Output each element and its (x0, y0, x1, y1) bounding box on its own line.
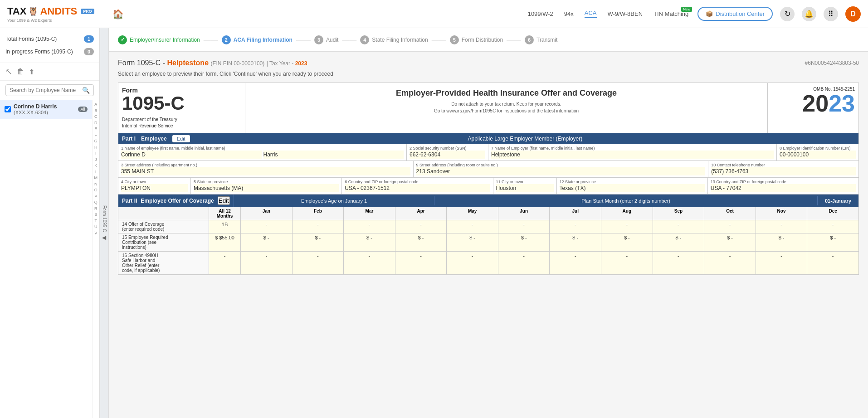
step-1-label[interactable]: Employer/Insurer Information (130, 37, 200, 43)
alpha-f[interactable]: F (94, 132, 98, 139)
distribution-center-button[interactable]: 📦 Distribution Center (697, 7, 773, 21)
alpha-p[interactable]: P (93, 194, 98, 200)
alpha-u[interactable]: U (93, 224, 98, 230)
row14-label: 14 Offer of Coverage(enter required code… (118, 220, 209, 233)
form-name: Form 1095-C (118, 59, 161, 67)
step-6-label[interactable]: Transmit (536, 37, 557, 43)
employee-info: Corinne D Harris (XXX-XX-6304) (14, 103, 75, 115)
nav-aca[interactable]: ACA (585, 10, 597, 18)
alpha-g[interactable]: G (93, 138, 98, 145)
alpha-d[interactable]: D (93, 120, 98, 126)
nav-tin-matching[interactable]: TIN Matching New (653, 10, 688, 17)
row14-apr: - (395, 220, 447, 233)
home-icon[interactable]: 🏠 (112, 9, 124, 19)
refresh-icon[interactable]: ↻ (780, 7, 795, 21)
connector-1: —— (204, 36, 218, 44)
alpha-a[interactable]: A (93, 102, 98, 108)
employee-zip-value: USA - 02367-1512 (345, 184, 490, 192)
field2-label: 2 Social security number (SSN) (410, 146, 485, 151)
row14-feb: - (293, 220, 344, 233)
step-2: 2 ACA Filing Information (222, 35, 293, 44)
row16-jun: - (498, 252, 550, 274)
row15-jul: $ - (550, 233, 601, 251)
field13-cell: 13 Country and ZIP or foreign postal cod… (708, 178, 858, 194)
step-3-num: 3 (314, 35, 323, 44)
row16-aug: - (601, 252, 653, 274)
alpha-e[interactable]: E (93, 126, 98, 132)
row14-mar: - (344, 220, 395, 233)
alpha-k[interactable]: K (93, 163, 98, 169)
plan-value-section: 01-January (818, 196, 858, 205)
export-icon[interactable]: ⬆ (29, 68, 34, 76)
field11-cell: 11 City or town Houston (493, 178, 557, 194)
step-1: ✓ Employer/Insurer Information (118, 35, 200, 44)
nav-94x[interactable]: 94x (564, 10, 574, 17)
month-nov: Nov (756, 207, 808, 220)
top-navigation: TAX 🦉 ANDITS PRO Your 1099 & W2 Experts … (0, 0, 868, 28)
collapse-chevron-icon: ◀ (101, 234, 107, 241)
alpha-s[interactable]: S (93, 212, 98, 218)
progress-bar: ✓ Employer/Insurer Information —— 2 ACA … (109, 28, 868, 52)
nav-1099w2[interactable]: 1099/W-2 (528, 10, 553, 17)
search-input[interactable] (10, 87, 82, 93)
employee-street-value: 355 MAIN ST (121, 167, 410, 175)
step-5-label[interactable]: Form Distribution (462, 37, 503, 43)
employee-lastname: Harris (263, 151, 404, 159)
year-suffix: 23 (829, 90, 855, 117)
step-2-label[interactable]: ACA Filing Information (234, 37, 293, 43)
part2-edit-button[interactable]: Edit (218, 196, 230, 205)
delete-icon[interactable]: 🗑 (17, 68, 24, 76)
month-oct: Oct (704, 207, 756, 220)
alpha-l[interactable]: L (94, 169, 98, 175)
row15-label: 15 Employee RequiredContribution (seeins… (118, 233, 209, 251)
employee-item[interactable]: Corinne D Harris (XXX-XX-6304) All (0, 100, 92, 119)
months-label-cell (118, 207, 209, 220)
alpha-q[interactable]: Q (93, 199, 98, 206)
row16-all12: - (209, 252, 241, 274)
alpha-c[interactable]: C (93, 114, 98, 120)
row16-oct: - (704, 252, 756, 274)
field4-label: 4 City or town (121, 180, 188, 184)
alpha-b[interactable]: B (93, 108, 98, 114)
alpha-h[interactable]: H (93, 145, 98, 151)
logo[interactable]: TAX 🦉 ANDITS PRO (7, 5, 94, 17)
row15-jan: $ - (241, 233, 293, 251)
alpha-n[interactable]: N (93, 181, 98, 188)
year-display: 2023 (771, 92, 855, 115)
cursor-icon[interactable]: ↖ (5, 67, 12, 77)
part1-edit-button[interactable]: Edit (172, 135, 190, 142)
alpha-r[interactable]: R (93, 206, 98, 212)
field9-label: 9 Street address (including room or suit… (416, 163, 706, 167)
avatar[interactable]: D (845, 6, 861, 22)
employee-list: Corinne D Harris (XXX-XX-6304) All (0, 100, 92, 418)
search-icon[interactable]: 🔍 (82, 87, 90, 94)
alpha-m[interactable]: M (93, 175, 99, 181)
month-jul: Jul (550, 207, 601, 220)
month-sep: Sep (653, 207, 705, 220)
alpha-v[interactable]: V (93, 230, 98, 237)
connector-4: —— (432, 36, 446, 44)
bell-icon[interactable]: 🔔 (802, 7, 816, 21)
company-name: Helptestone (167, 59, 209, 67)
field7-label: 7 Name of Employer (first name, middle i… (491, 146, 774, 151)
sidebar-collapse-tab[interactable]: Form 1095-C ◀ (100, 28, 109, 418)
form-number: 1095-C (122, 94, 241, 113)
ein-label: (EIN EIN 00-0000100) (211, 60, 265, 67)
tax-year-label: | Tax Year - 2023 (267, 60, 307, 67)
step-5-num: 5 (450, 35, 459, 44)
field5-label: 5 State or province (194, 180, 339, 184)
form-sub: Do not attach to your tax return. Keep f… (249, 101, 764, 114)
alpha-i[interactable]: I (94, 151, 98, 157)
grid-icon[interactable]: ⠿ (824, 7, 838, 21)
row14-oct: - (704, 220, 756, 233)
employee-checkbox[interactable] (5, 106, 11, 112)
month-apr: Apr (395, 207, 447, 220)
nav-w9[interactable]: W-9/W-8BEN (608, 10, 643, 17)
step-3-label[interactable]: Audit (326, 37, 338, 43)
alpha-j[interactable]: J (94, 157, 98, 163)
step-4-label[interactable]: State Filing Information (372, 37, 428, 43)
alpha-t[interactable]: T (94, 218, 98, 224)
sidebar: Total Forms (1095-C) 1 In-progress Forms… (0, 28, 100, 418)
form-area: Form 1095-C - Helptestone (EIN EIN 00-00… (109, 52, 868, 282)
alpha-o[interactable]: O (93, 187, 98, 194)
